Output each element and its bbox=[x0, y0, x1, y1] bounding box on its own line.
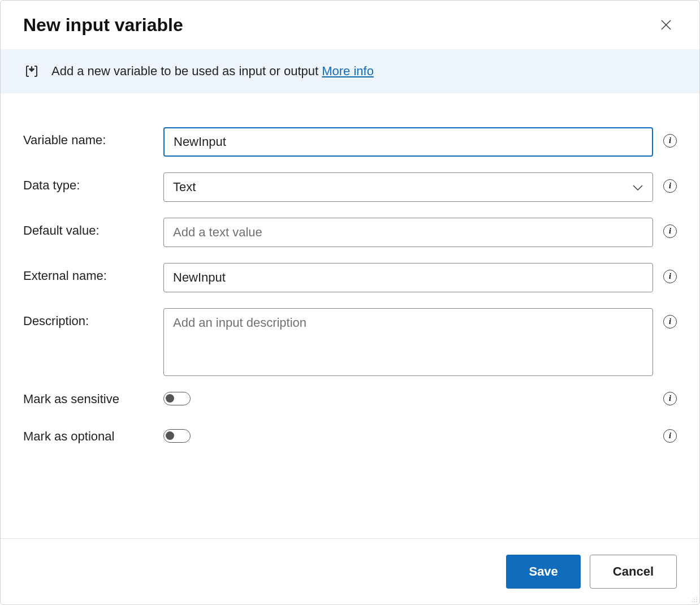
default-value-input[interactable] bbox=[163, 218, 653, 247]
svg-point-5 bbox=[692, 601, 693, 602]
variable-name-input[interactable] bbox=[163, 127, 653, 157]
row-description: Description: i bbox=[23, 308, 677, 376]
label-mark-sensitive: Mark as sensitive bbox=[23, 392, 153, 407]
info-icon[interactable]: i bbox=[663, 179, 677, 193]
close-icon bbox=[660, 19, 672, 31]
label-default-value: Default value: bbox=[23, 218, 153, 238]
resize-grip-icon[interactable] bbox=[689, 594, 698, 603]
toggle-thumb bbox=[166, 394, 174, 403]
dialog-footer: Save Cancel bbox=[1, 538, 699, 604]
dialog-title: New input variable bbox=[23, 15, 183, 36]
external-name-input[interactable] bbox=[163, 263, 653, 292]
more-info-link[interactable]: More info bbox=[322, 64, 374, 78]
info-icon[interactable]: i bbox=[663, 270, 677, 283]
mark-sensitive-toggle[interactable] bbox=[163, 392, 191, 405]
row-external-name: External name: i bbox=[23, 263, 677, 292]
dialog-header: New input variable bbox=[1, 1, 699, 49]
close-button[interactable] bbox=[655, 14, 677, 36]
data-type-value: Text bbox=[173, 180, 196, 195]
label-external-name: External name: bbox=[23, 263, 153, 283]
label-description: Description: bbox=[23, 308, 153, 329]
info-icon[interactable]: i bbox=[663, 224, 677, 238]
row-mark-optional: Mark as optional i bbox=[23, 429, 677, 444]
form-body: Variable name: i Data type: Text i Defau… bbox=[1, 93, 699, 538]
row-data-type: Data type: Text i bbox=[23, 172, 677, 202]
info-icon[interactable]: i bbox=[663, 315, 677, 329]
row-mark-sensitive: Mark as sensitive i bbox=[23, 392, 677, 407]
chevron-down-icon bbox=[632, 180, 643, 195]
label-mark-optional: Mark as optional bbox=[23, 429, 153, 444]
cancel-button[interactable]: Cancel bbox=[590, 555, 677, 589]
svg-point-2 bbox=[696, 597, 697, 598]
svg-point-6 bbox=[694, 601, 695, 602]
info-icon[interactable]: i bbox=[663, 429, 677, 443]
input-variable-icon bbox=[23, 63, 40, 80]
mark-optional-toggle[interactable] bbox=[163, 429, 191, 443]
label-variable-name: Variable name: bbox=[23, 127, 153, 148]
description-textarea[interactable] bbox=[163, 308, 653, 376]
toggle-thumb bbox=[166, 431, 174, 440]
data-type-select[interactable]: Text bbox=[163, 172, 653, 202]
svg-point-7 bbox=[696, 601, 697, 602]
info-banner: Add a new variable to be used as input o… bbox=[1, 49, 699, 93]
row-variable-name: Variable name: i bbox=[23, 127, 677, 157]
info-icon[interactable]: i bbox=[663, 134, 677, 148]
row-default-value: Default value: i bbox=[23, 218, 677, 247]
svg-point-3 bbox=[694, 599, 695, 600]
save-button[interactable]: Save bbox=[506, 555, 580, 589]
banner-text-content: Add a new variable to be used as input o… bbox=[51, 64, 322, 78]
banner-text: Add a new variable to be used as input o… bbox=[51, 64, 374, 79]
svg-point-4 bbox=[696, 599, 697, 600]
info-icon[interactable]: i bbox=[663, 392, 677, 405]
label-data-type: Data type: bbox=[23, 172, 153, 193]
